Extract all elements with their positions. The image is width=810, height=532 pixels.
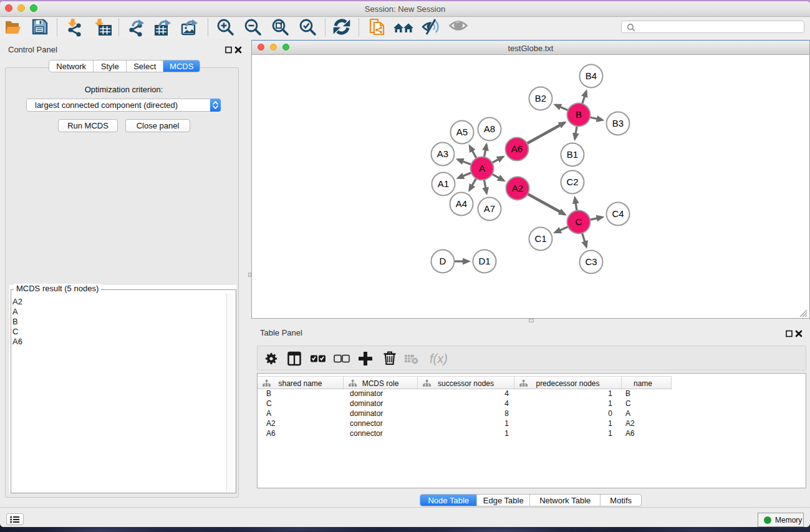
svg-text:B2: B2 (535, 93, 546, 104)
svg-text:A: A (479, 163, 485, 173)
svg-text:C2: C2 (566, 177, 578, 187)
svg-text:C4: C4 (612, 208, 624, 219)
svg-text:D: D (440, 256, 446, 266)
svg-text:A2: A2 (512, 183, 523, 193)
svg-text:B1: B1 (567, 149, 578, 160)
svg-text:f(x): f(x) (430, 352, 448, 365)
svg-text:A3: A3 (437, 148, 448, 159)
svg-text:C: C (576, 216, 582, 227)
svg-text:A6: A6 (511, 143, 523, 154)
svg-text:C3: C3 (585, 256, 597, 267)
svg-text:C1: C1 (534, 233, 546, 244)
svg-text:B4: B4 (586, 70, 597, 81)
svg-text:D1: D1 (478, 256, 490, 266)
svg-text:A5: A5 (456, 127, 468, 137)
svg-text:A7: A7 (484, 203, 495, 214)
svg-text:A1: A1 (438, 178, 449, 189)
svg-text:A8: A8 (484, 123, 495, 134)
svg-text:A4: A4 (456, 198, 467, 209)
svg-text:B: B (576, 109, 582, 120)
svg-text:B3: B3 (612, 118, 624, 128)
